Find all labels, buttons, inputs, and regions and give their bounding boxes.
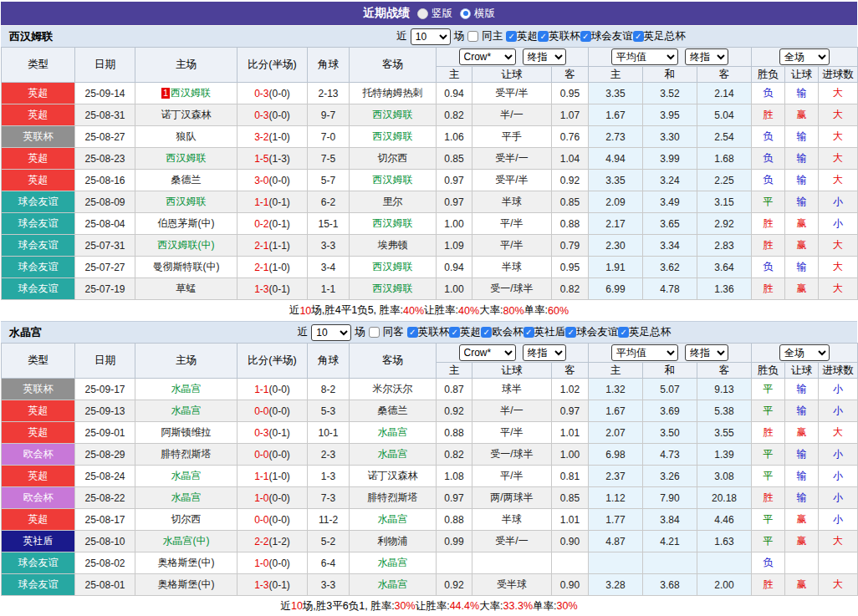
match-row: 英超25-09-01阿斯顿维拉0-3(0-1)10-1水晶宫0.88平/半1.0… [2, 422, 858, 444]
away-team-name[interactable]: 托特纳姆热刺 [363, 87, 423, 99]
away-team-name[interactable]: 水晶宫 [378, 578, 408, 590]
home-team-name[interactable]: 桑德兰 [171, 174, 202, 186]
away-team-name[interactable]: 西汉姆联 [373, 130, 413, 142]
away-team-name[interactable]: 水晶宫 [378, 557, 408, 568]
crow-period-select[interactable]: 终指 [523, 48, 566, 65]
crow-company-select[interactable]: Crow* [459, 344, 516, 361]
home-team-name[interactable]: 草蜢 [176, 283, 197, 294]
home-team-name[interactable]: 伯恩茅斯(中) [158, 217, 215, 229]
same-venue-checkbox[interactable] [369, 327, 380, 338]
corner-cell: 2-13 [308, 83, 350, 104]
league-checkbox[interactable]: ✓ [633, 31, 644, 42]
result-cell: 胜 [752, 574, 785, 596]
recent-count-select[interactable]: 10 [311, 324, 351, 341]
fullmatch-scope-select[interactable]: 全场 [779, 48, 830, 65]
avg-period-select[interactable]: 终指 [685, 48, 728, 65]
recent-count-select[interactable]: 10 [411, 28, 451, 45]
away-team-cell: 水晶宫 [350, 574, 437, 596]
match-row: 英超25-08-17切尔西0-0(0-0)11-2水晶宫0.88半球1.011.… [2, 509, 858, 531]
home-team-name[interactable]: 奥格斯堡(中) [158, 578, 215, 590]
same-venue-checkbox[interactable] [467, 31, 478, 42]
league-checkbox[interactable]: ✓ [407, 327, 418, 338]
away-team-name[interactable]: 水晶宫 [378, 448, 408, 460]
league-checkbox[interactable]: ✓ [523, 327, 534, 338]
crow-odds-away: 1.04 [552, 148, 589, 170]
league-checkbox[interactable]: ✓ [565, 327, 576, 338]
home-team-cell: 水晶宫(中) [135, 531, 237, 552]
result-cell: 胜 [752, 213, 785, 235]
home-team-name[interactable]: 西汉姆联(中) [158, 239, 215, 251]
home-team-name[interactable]: 西汉姆联 [171, 87, 211, 99]
full-time-score: 3-2 [254, 131, 268, 143]
away-team-cell: 西汉姆联 [350, 126, 437, 148]
away-team-name[interactable]: 利物浦 [378, 535, 408, 547]
crow-odds-away: 1.01 [552, 422, 589, 444]
league-label: 欧会杯 [492, 325, 523, 339]
fullmatch-scope-select[interactable]: 全场 [779, 344, 830, 361]
half-time-score: (1-0) [269, 131, 290, 143]
away-team-name[interactable]: 西汉姆联 [373, 217, 413, 229]
result-cell: 胜 [752, 104, 785, 126]
home-team-name[interactable]: 腓特烈斯塔 [161, 448, 212, 460]
avg-odds-draw: 4.78 [643, 278, 697, 300]
avg-period-select[interactable]: 终指 [685, 344, 728, 361]
home-team-name[interactable]: 水晶宫 [171, 491, 202, 503]
league-type-badge: 英超 [2, 466, 75, 487]
avg-source-select[interactable]: 平均值 [611, 344, 678, 361]
away-team-name[interactable]: 西汉姆联 [373, 261, 413, 272]
home-team-name[interactable]: 狼队 [176, 130, 197, 142]
home-team-name[interactable]: 水晶宫 [171, 383, 202, 395]
home-team-cell: 水晶宫 [135, 400, 237, 422]
league-checkbox[interactable]: ✓ [481, 327, 492, 338]
result-cell: 胜 [752, 487, 785, 509]
away-team-name[interactable]: 埃弗顿 [378, 239, 408, 251]
home-team-name[interactable]: 曼彻斯特联(中) [153, 261, 220, 272]
crow-odds-away: 0.79 [552, 235, 589, 257]
away-team-name[interactable]: 西汉姆联 [373, 283, 413, 294]
home-team-name[interactable]: 阿斯顿维拉 [161, 426, 212, 438]
home-team-name[interactable]: 奥格斯堡(中) [158, 557, 215, 568]
away-team-name[interactable]: 西汉姆联 [373, 109, 413, 120]
away-team-name[interactable]: 桑德兰 [378, 405, 408, 416]
score-cell: 2-2(1-2) [237, 531, 308, 552]
away-team-name[interactable]: 水晶宫 [378, 426, 408, 438]
home-team-name[interactable]: 诺丁汉森林 [161, 109, 212, 120]
corner-cell: 3-3 [308, 574, 350, 596]
crow-company-select[interactable]: Crow* [459, 48, 516, 65]
col-header-home: 主场 [135, 344, 237, 379]
league-filter-item: ✓英联杯 [538, 29, 580, 43]
away-team-name[interactable]: 腓特烈斯塔 [368, 491, 418, 503]
away-team-name[interactable]: 切尔西 [378, 152, 408, 164]
home-team-name[interactable]: 西汉姆联 [166, 152, 207, 164]
summary-segment: 60% [548, 305, 569, 317]
avg-source-select[interactable]: 平均值 [611, 48, 678, 65]
vertical-radio[interactable] [417, 8, 428, 19]
avg-odds-draw: 3.68 [643, 574, 697, 596]
league-checkbox[interactable]: ✓ [506, 31, 517, 42]
summary-segment: 近 [289, 303, 300, 318]
summary-segment: 大率: [479, 303, 503, 318]
home-team-name[interactable]: 西汉姆联 [166, 196, 207, 207]
crow-odds-away: 0.90 [552, 574, 589, 596]
home-team-name[interactable]: 切尔西 [171, 513, 202, 525]
away-team-name[interactable]: 诺丁汉森林 [368, 470, 418, 481]
league-checkbox[interactable]: ✓ [618, 327, 629, 338]
home-team-name[interactable]: 水晶宫(中) [163, 535, 210, 547]
avg-odds-home: 1.12 [589, 487, 643, 509]
home-team-name[interactable]: 水晶宫 [171, 405, 202, 416]
away-team-name[interactable]: 水晶宫 [378, 513, 408, 525]
full-time-score: 3-0 [254, 175, 268, 186]
crow-odds-handicap: 半/一 [472, 400, 552, 422]
league-checkbox[interactable]: ✓ [538, 31, 549, 42]
league-checkbox[interactable]: ✓ [580, 31, 591, 42]
horizontal-radio[interactable] [460, 8, 471, 19]
away-team-name[interactable]: 西汉姆联 [373, 174, 413, 186]
league-checkbox[interactable]: ✓ [449, 327, 460, 338]
home-team-name[interactable]: 水晶宫 [171, 470, 202, 481]
crow-period-select[interactable]: 终指 [523, 344, 566, 361]
away-team-name[interactable]: 米尔沃尔 [373, 383, 413, 395]
handicap-result-cell: 赢 [785, 278, 819, 300]
handicap-result-cell: 输 [785, 257, 819, 278]
away-team-name[interactable]: 里尔 [383, 196, 403, 207]
avg-odds-away: 3.08 [697, 466, 752, 487]
